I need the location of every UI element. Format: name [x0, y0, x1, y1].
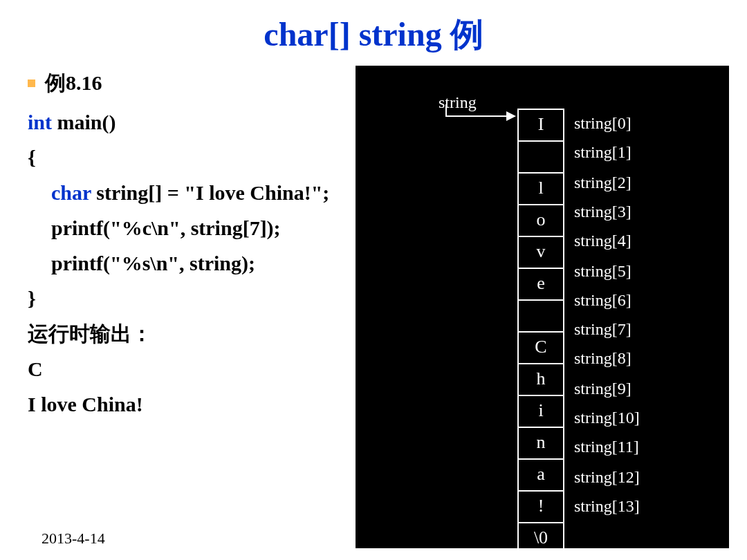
output-2: I love China! — [28, 386, 401, 422]
code-l3-rest: string[] = "I love China!"; — [91, 181, 330, 204]
cell — [517, 299, 564, 333]
index-label: string[0] — [574, 114, 712, 133]
cell: \0 — [517, 522, 564, 555]
cell: i — [517, 395, 564, 428]
code-line-4: printf("%c\n", string[7]); — [28, 210, 401, 245]
code-line-3: char string[] = "I love China!"; — [28, 175, 401, 210]
index-label: string[10] — [574, 409, 712, 427]
index-label: string[1] — [574, 143, 712, 162]
output-label: 运行时输出： — [28, 316, 401, 351]
code-l1-rest: main() — [52, 111, 116, 133]
footer-date: 2013-4-14 — [42, 530, 105, 548]
cells-column: I l o v e C h i n a ! \0 — [517, 109, 564, 555]
index-label: string[7] — [574, 320, 712, 339]
cell: l — [517, 172, 564, 205]
index-label: string[6] — [574, 291, 712, 310]
index-label: string[2] — [574, 174, 712, 192]
pointer-label: string — [439, 93, 477, 112]
code-line-1: int main() — [28, 104, 401, 140]
code-line-2: { — [28, 140, 401, 175]
array-diagram: string I l o v e C h i n a ! \0 string[0… — [356, 66, 729, 548]
cell — [517, 140, 564, 174]
cell: e — [517, 268, 564, 301]
keyword-char: char — [51, 181, 91, 204]
cell: h — [517, 363, 564, 396]
example-label: 例8.16 — [45, 69, 102, 97]
index-label: string[11] — [574, 438, 712, 456]
bullet-icon — [28, 80, 35, 87]
cell: a — [517, 458, 564, 492]
cell: v — [517, 236, 564, 269]
cell: o — [517, 204, 564, 237]
cell: ! — [517, 490, 564, 523]
keyword-int: int — [28, 111, 52, 133]
cell: n — [517, 427, 564, 460]
content-area: 例8.16 int main() { char string[] = "I lo… — [28, 69, 401, 422]
index-label: string[12] — [574, 468, 712, 487]
index-label: string[4] — [574, 232, 712, 250]
index-label: string[8] — [574, 349, 712, 368]
slide-title: char[] string 例 — [0, 0, 747, 57]
bullet-row: 例8.16 — [28, 69, 401, 97]
cell: I — [517, 109, 564, 142]
cell: C — [517, 331, 564, 364]
code-line-6: } — [28, 281, 401, 316]
code-line-5: printf("%s\n", string); — [28, 245, 401, 281]
index-label: string[9] — [574, 380, 712, 398]
index-label: string[13] — [574, 497, 712, 516]
index-label: string[3] — [574, 203, 712, 221]
output-1: C — [28, 351, 401, 386]
index-label: string[5] — [574, 262, 712, 281]
